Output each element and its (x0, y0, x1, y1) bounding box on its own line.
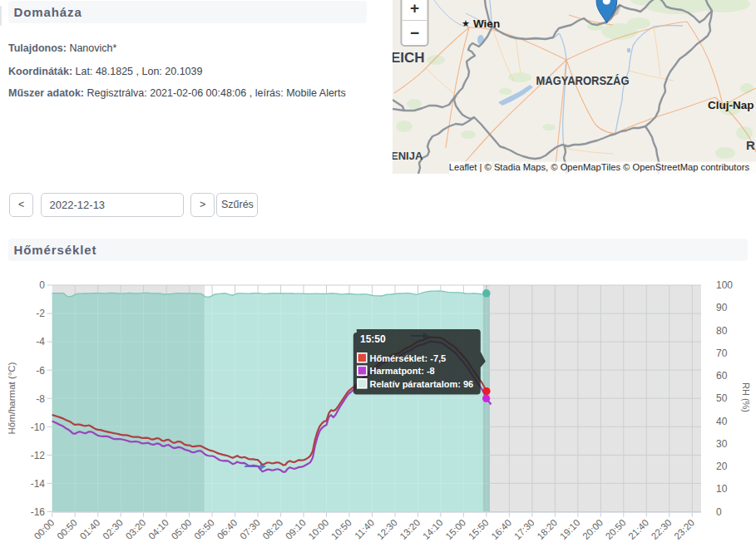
svg-text:21:40: 21:40 (626, 517, 650, 541)
svg-text:04:10: 04:10 (146, 517, 170, 541)
svg-text:22:30: 22:30 (650, 517, 674, 541)
svg-text:20: 20 (716, 461, 728, 472)
svg-text:-8: -8 (36, 393, 45, 405)
svg-text:Hőm/harmat (°C): Hőm/harmat (°C) (7, 362, 17, 434)
svg-text:20:00: 20:00 (581, 517, 605, 541)
svg-text:12:30: 12:30 (375, 517, 399, 541)
svg-text:10:50: 10:50 (329, 517, 353, 541)
svg-text:70: 70 (716, 348, 728, 359)
svg-text:Hőmérséklet: -7,5: Hőmérséklet: -7,5 (370, 353, 447, 363)
svg-text:60: 60 (716, 370, 728, 382)
svg-text:17:30: 17:30 (512, 517, 536, 541)
svg-text:10: 10 (716, 483, 728, 495)
svg-text:05:00: 05:00 (170, 517, 194, 541)
svg-text:Wien: Wien (473, 17, 500, 30)
svg-text:10:00: 10:00 (306, 517, 330, 541)
svg-text:20:50: 20:50 (604, 517, 628, 541)
svg-text:-10: -10 (31, 421, 46, 433)
svg-text:08:20: 08:20 (260, 517, 284, 541)
svg-text:-2: -2 (36, 308, 45, 319)
svg-text:03:20: 03:20 (124, 517, 148, 541)
svg-text:15:00: 15:00 (443, 517, 467, 541)
svg-text:07:30: 07:30 (238, 517, 262, 541)
svg-text:-6: -6 (36, 365, 45, 377)
svg-text:15:50: 15:50 (467, 517, 491, 541)
svg-text:11:40: 11:40 (353, 517, 376, 540)
svg-text:100: 100 (716, 279, 733, 291)
svg-text:0: 0 (39, 279, 45, 291)
svg-text:19:10: 19:10 (558, 517, 582, 541)
svg-text:40: 40 (716, 416, 728, 427)
svg-text:-16: -16 (31, 506, 46, 518)
svg-text:Relatív páratartalom: 96: Relatív páratartalom: 96 (370, 379, 474, 389)
svg-text:Leaflet | © Stadia Maps, © Ope: Leaflet | © Stadia Maps, © OpenMapTiles … (449, 162, 750, 172)
svg-text:-14: -14 (31, 478, 46, 490)
svg-text:00:50: 00:50 (55, 517, 79, 541)
svg-text:Harmatpont: -8: Harmatpont: -8 (370, 366, 435, 376)
svg-text:14:10: 14:10 (421, 517, 445, 541)
svg-text:18:20: 18:20 (535, 517, 559, 541)
svg-text:MAGYARORSZÁG: MAGYARORSZÁG (536, 74, 630, 87)
svg-text:R: R (746, 138, 755, 152)
svg-text:23:20: 23:20 (672, 517, 696, 541)
svg-text:01:40: 01:40 (78, 517, 102, 541)
svg-text:05:50: 05:50 (192, 517, 216, 541)
svg-text:13:20: 13:20 (398, 517, 422, 541)
svg-text:Cluj-Nap: Cluj-Nap (708, 99, 754, 111)
svg-text:-4: -4 (36, 336, 45, 348)
svg-text:ENIJA: ENIJA (393, 150, 423, 162)
svg-text:−: − (410, 24, 419, 42)
svg-text:30: 30 (716, 438, 728, 450)
svg-text:0: 0 (716, 506, 722, 518)
svg-text:16:40: 16:40 (489, 517, 513, 541)
svg-text:-12: -12 (31, 450, 46, 461)
svg-text:15:50: 15:50 (360, 333, 386, 345)
svg-text:RH (%): RH (%) (741, 382, 751, 412)
svg-text:09:10: 09:10 (284, 517, 308, 541)
svg-text:EICH: EICH (393, 50, 425, 66)
svg-text:+: + (410, 0, 419, 17)
svg-text:50: 50 (716, 392, 728, 404)
svg-text:★: ★ (462, 18, 470, 28)
svg-text:00:00: 00:00 (32, 517, 57, 541)
svg-text:80: 80 (716, 325, 728, 337)
svg-text:02:30: 02:30 (101, 517, 125, 541)
svg-text:06:40: 06:40 (215, 517, 240, 541)
svg-text:90: 90 (716, 302, 728, 313)
